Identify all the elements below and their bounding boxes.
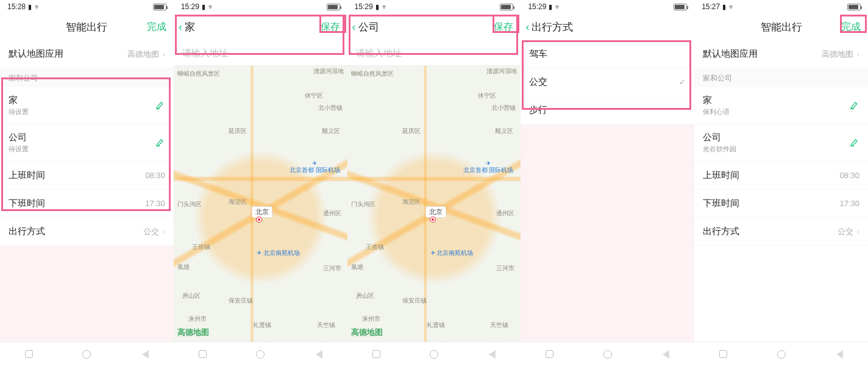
battery-icon: [153, 4, 166, 10]
page-title: 智能出行: [761, 20, 802, 34]
wifi-icon: ᯤ: [208, 3, 215, 10]
gaode-logo: 高德地图: [177, 327, 209, 338]
recent-button[interactable]: [371, 349, 382, 360]
home-button[interactable]: [255, 349, 266, 360]
section-home-office: 家和公司: [694, 68, 868, 87]
home-button[interactable]: [776, 349, 787, 360]
status-bar: 15:29▮ᯤ: [347, 0, 521, 13]
check-icon: ✓: [679, 77, 686, 87]
wifi-icon: ᯤ: [382, 3, 388, 10]
option-bus[interactable]: 公交 ✓: [521, 68, 694, 96]
row-off-time[interactable]: 下班时间 17:30: [0, 190, 174, 218]
android-nav-bar: [174, 342, 347, 366]
chevron-left-icon: ‹: [352, 21, 356, 34]
clock: 15:27: [702, 2, 720, 11]
sim-icon: ▮: [28, 3, 32, 11]
nav-header: 智能出行 完成: [694, 13, 868, 40]
section-home-office: 家和公司: [0, 68, 174, 87]
save-button[interactable]: 保存: [321, 13, 340, 40]
city-label: 北京: [425, 206, 446, 218]
clock: 15:29: [181, 2, 199, 11]
blank-area: [521, 124, 694, 342]
settings-list: 默认地图应用 高德地图› 家和公司 家 保利心语 公司 光谷软件园 上班时间: [694, 40, 868, 246]
back-button[interactable]: [313, 349, 324, 360]
chevron-left-icon: ‹: [525, 21, 529, 34]
battery-icon: [674, 4, 687, 10]
chevron-left-icon: ‹: [179, 21, 182, 34]
recent-button[interactable]: [544, 349, 555, 360]
status-bar: 15:29▮ᯤ: [174, 0, 347, 13]
recent-button[interactable]: [197, 349, 208, 360]
edit-icon[interactable]: [850, 101, 859, 110]
sim-icon: ▮: [722, 3, 726, 11]
android-nav-bar: [694, 342, 868, 366]
nav-header: ‹ 公司 保存: [347, 13, 521, 40]
row-mode[interactable]: 出行方式 公交›: [694, 218, 868, 246]
back-button[interactable]: ‹ 公司: [352, 13, 379, 40]
clock: 15:29: [528, 2, 546, 11]
recent-button[interactable]: [718, 349, 729, 360]
status-bar: 15:28 ▮ ᯤ: [0, 0, 174, 13]
nav-header: 智能出行 完成: [0, 13, 174, 40]
back-button[interactable]: [660, 349, 671, 360]
row-work-time[interactable]: 上班时间 08:30: [0, 162, 174, 190]
status-bar: 15:27▮ᯤ: [694, 0, 868, 13]
row-work-time[interactable]: 上班时间 08:30: [694, 162, 868, 190]
wifi-icon: ᯤ: [728, 3, 735, 10]
chevron-right-icon: ›: [163, 228, 165, 236]
edit-icon[interactable]: [155, 101, 165, 110]
city-label: 北京: [252, 206, 272, 218]
home-button[interactable]: [81, 349, 92, 360]
address-input[interactable]: [347, 40, 521, 66]
done-button[interactable]: 完成: [147, 13, 166, 40]
home-button[interactable]: [602, 349, 613, 360]
recent-button[interactable]: [23, 349, 34, 360]
address-input[interactable]: [174, 40, 347, 66]
chevron-right-icon: ›: [163, 50, 165, 59]
back-button[interactable]: ‹ 家: [179, 13, 195, 40]
edit-icon[interactable]: [155, 138, 165, 148]
clock: 15:28: [7, 2, 26, 11]
option-walk[interactable]: 步行: [521, 96, 694, 124]
chevron-right-icon: ›: [857, 50, 859, 59]
home-button[interactable]: [429, 349, 439, 360]
wifi-icon: ᯤ: [34, 3, 41, 10]
row-default-map[interactable]: 默认地图应用 高德地图›: [0, 40, 174, 68]
back-button[interactable]: [486, 349, 497, 360]
row-default-map[interactable]: 默认地图应用 高德地图›: [694, 40, 868, 68]
gaode-logo: 高德地图: [351, 327, 383, 338]
settings-list: 默认地图应用 高德地图› 家和公司 家 待设置 公司 待设置 上班时间 08:: [0, 40, 174, 246]
row-home[interactable]: 家 保利心语: [694, 87, 868, 124]
sim-icon: ▮: [549, 3, 552, 11]
save-button[interactable]: 保存: [494, 13, 513, 40]
row-mode[interactable]: 出行方式 公交›: [0, 218, 174, 246]
back-button[interactable]: [833, 349, 844, 360]
map-pin-icon: [430, 217, 435, 222]
wifi-icon: ᯤ: [555, 3, 561, 10]
battery-icon: [847, 4, 861, 10]
row-off-time[interactable]: 下班时间 17:30: [694, 190, 868, 218]
back-button[interactable]: ‹ 出行方式: [525, 13, 573, 40]
android-nav-bar: [347, 342, 521, 366]
row-office[interactable]: 公司 光谷软件园: [694, 124, 868, 162]
android-nav-bar: [521, 342, 694, 366]
back-button[interactable]: [139, 349, 150, 360]
row-home[interactable]: 家 待设置: [0, 87, 174, 124]
blank-area: [694, 246, 868, 342]
battery-icon: [327, 4, 340, 10]
screen-1-settings: 15:28 ▮ ᯤ 智能出行 完成 默认地图应用 高德地图› 家和公司 家 待设…: [0, 0, 174, 366]
screen-4-travel-mode: 15:29▮ᯤ ‹ 出行方式 驾车 公交 ✓ 步行: [521, 0, 694, 366]
map-view[interactable]: 蟒峪自然风景区 清源河湿地 休宁区 北小营镇 延庆区 顺义区 ✈北京首都 国际机…: [347, 66, 521, 342]
done-button[interactable]: 完成: [841, 13, 861, 40]
mode-list: 驾车 公交 ✓ 步行: [521, 40, 694, 124]
option-drive[interactable]: 驾车: [521, 40, 694, 68]
sim-icon: ▮: [202, 3, 205, 11]
edit-icon[interactable]: [850, 138, 859, 148]
screen-3-edit-office: 15:29▮ᯤ ‹ 公司 保存 蟒峪自然风景区 清源河湿地 休宁区 北小营镇 延…: [347, 0, 521, 366]
blank-area: [0, 246, 174, 342]
map-view[interactable]: 蟒峪自然风景区 清源河湿地 休宁区 北小营镇 延庆区 顺义区 ✈北京首都 国际机…: [174, 66, 347, 342]
row-office[interactable]: 公司 待设置: [0, 124, 174, 162]
map-pin-icon: [257, 217, 261, 222]
chevron-right-icon: ›: [857, 228, 859, 236]
sim-icon: ▮: [375, 3, 379, 11]
